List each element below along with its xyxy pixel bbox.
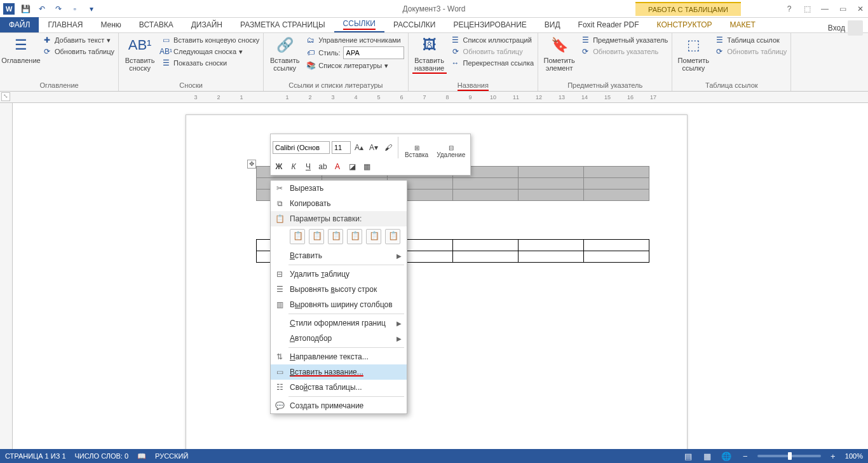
tab-references[interactable]: ССЫЛКИ: [334, 16, 384, 32]
status-proofing-icon[interactable]: 📖: [137, 452, 146, 460]
paste-opt-1[interactable]: [290, 229, 305, 244]
tab-file[interactable]: ФАЙЛ: [0, 17, 39, 32]
paste-opt-5[interactable]: [366, 229, 381, 244]
help-icon[interactable]: ?: [782, 1, 797, 17]
tab-maket[interactable]: МАКЕТ: [721, 17, 764, 32]
ctx-copy[interactable]: ⧉Копировать: [271, 196, 407, 211]
word-app-icon: W: [3, 3, 15, 15]
undo-icon[interactable]: ↶: [36, 3, 48, 15]
status-words[interactable]: ЧИСЛО СЛОВ: 0: [75, 452, 129, 460]
mini-delete-button[interactable]: ⊟Удаление: [433, 136, 468, 159]
login-button[interactable]: Вход: [828, 20, 863, 36]
highlight-icon[interactable]: ab: [316, 160, 329, 173]
list-of-figures-button[interactable]: ☰Список иллюстраций: [451, 35, 534, 45]
quick-access-toolbar: W 💾 ↶ ↷ ▫ ▾: [0, 3, 98, 15]
table-move-handle[interactable]: ✥: [247, 160, 256, 169]
ctx-border-styles[interactable]: Стили оформления границ▶: [271, 315, 407, 331]
redo-icon[interactable]: ↷: [52, 3, 65, 15]
bibliography-icon: 📚: [306, 60, 316, 71]
paste-opt-6[interactable]: [385, 229, 400, 244]
grow-font-icon[interactable]: A▴: [353, 141, 365, 154]
tab-view[interactable]: ВИД: [536, 17, 569, 32]
ctx-autofit[interactable]: Автоподбор▶: [271, 331, 407, 346]
ctx-insert-caption[interactable]: ▭Вставить название...: [271, 364, 407, 380]
view-print-icon[interactable]: ▦: [700, 450, 714, 462]
format-painter-icon[interactable]: 🖌: [382, 141, 395, 154]
close-icon[interactable]: ✕: [853, 1, 868, 17]
zoom-in-icon[interactable]: +: [826, 450, 840, 462]
paste-opt-4[interactable]: [347, 229, 362, 244]
toc-button[interactable]: ☰ Оглавление: [4, 35, 38, 64]
mini-font-select[interactable]: [273, 141, 330, 154]
ctx-table-properties[interactable]: ☷Свойства таблицы...: [271, 380, 407, 395]
shading-icon[interactable]: ◪: [346, 160, 358, 173]
tab-constructor[interactable]: КОНСТРУКТОР: [648, 17, 721, 32]
ctx-paste[interactable]: Вставить▶: [271, 248, 407, 263]
status-language[interactable]: РУССКИЙ: [155, 452, 188, 460]
insert-caption-button[interactable]: 🖼 Вставить название: [412, 35, 447, 74]
tab-foxit[interactable]: Foxit Reader PDF: [569, 17, 648, 32]
insert-footnote-button[interactable]: AB¹ Вставить сноску: [123, 35, 157, 72]
mark-entry-button[interactable]: 🔖 Пометить элемент: [542, 35, 576, 72]
add-text-button[interactable]: ✚Добавить текст ▾: [42, 35, 114, 45]
insert-authorities-button[interactable]: ☰Таблица ссылок: [714, 35, 787, 45]
underline-icon[interactable]: Ч: [302, 160, 315, 173]
manage-sources-icon: 🗂: [306, 35, 316, 45]
ribbon: ☰ Оглавление ✚Добавить текст ▾ ⟳Обновить…: [0, 33, 868, 92]
tab-design[interactable]: ДИЗАЙН: [182, 17, 231, 32]
ruler-corner[interactable]: ⤡: [1, 92, 10, 101]
italic-icon[interactable]: К: [287, 160, 300, 173]
zoom-percent[interactable]: 100%: [845, 452, 863, 460]
manage-sources-button[interactable]: 🗂Управление источниками: [306, 35, 403, 45]
ribbon-options-icon[interactable]: ⬚: [799, 1, 815, 17]
paste-opt-2[interactable]: [309, 229, 324, 244]
save-icon[interactable]: 💾: [19, 3, 32, 15]
maximize-icon[interactable]: ▭: [835, 1, 850, 17]
bibliography-button[interactable]: 📚Список литературы ▾: [306, 60, 403, 71]
mini-size-select[interactable]: [332, 141, 351, 154]
ruler-vertical[interactable]: [0, 103, 13, 449]
update-authorities-button: ⟳Обновить таблицу: [714, 46, 787, 57]
ctx-delete-table[interactable]: ⊟Удалить таблицу: [271, 266, 407, 282]
paste-opt-3[interactable]: [328, 229, 343, 244]
mark-citation-button[interactable]: ⬚ Пометить ссылку: [676, 35, 710, 72]
insert-citation-button[interactable]: 🔗 Вставить ссылку: [268, 35, 302, 72]
qat-customize-icon[interactable]: ▾: [85, 3, 98, 15]
bold-icon[interactable]: Ж: [273, 160, 285, 173]
insert-endnote-button[interactable]: ▭Вставить концевую сноску: [161, 35, 259, 45]
tab-layout[interactable]: РАЗМЕТКА СТРАНИЦЫ: [231, 17, 334, 32]
tab-mailings[interactable]: РАССЫЛКИ: [384, 17, 444, 32]
mini-insert-button[interactable]: ⊞Вставка: [402, 136, 431, 159]
ctx-text-direction[interactable]: ⇅Направление текста...: [271, 349, 407, 364]
new-doc-icon[interactable]: ▫: [69, 3, 81, 15]
ruler-horizontal[interactable]: ⤡ 3211234567891011121314151617: [0, 92, 868, 103]
ctx-cut[interactable]: ✂Вырезать: [271, 181, 407, 196]
ctx-new-comment[interactable]: 💬Создать примечание: [271, 398, 407, 413]
font-color-icon[interactable]: A: [331, 160, 344, 173]
tab-menu[interactable]: Меню: [92, 17, 130, 32]
status-page[interactable]: СТРАНИЦА 1 ИЗ 1: [5, 452, 66, 460]
caption-icon: ▭: [275, 367, 285, 377]
cut-icon: ✂: [275, 183, 285, 193]
group-citations: 🔗 Вставить ссылку 🗂Управление источникам…: [264, 33, 408, 91]
update-toc-button[interactable]: ⟳Обновить таблицу: [42, 46, 114, 57]
next-footnote-button[interactable]: AB¹Следующая сноска ▾: [161, 46, 259, 57]
view-web-icon[interactable]: 🌐: [719, 450, 733, 462]
insert-index-button[interactable]: ☰Предметный указатель: [580, 35, 668, 45]
tab-review[interactable]: РЕЦЕНЗИРОВАНИЕ: [444, 17, 535, 32]
zoom-out-icon[interactable]: −: [738, 450, 752, 462]
tab-insert[interactable]: ВСТАВКА: [130, 17, 182, 32]
citation-style-select[interactable]: [343, 46, 404, 59]
minimize-icon[interactable]: —: [817, 1, 832, 17]
ctx-distribute-rows[interactable]: ☰Выровнять высоту строк: [271, 282, 407, 297]
zoom-slider[interactable]: [757, 455, 821, 457]
show-footnotes-button[interactable]: ☰Показать сноски: [161, 58, 259, 68]
view-read-icon[interactable]: ▤: [681, 450, 695, 462]
context-menu: ✂Вырезать ⧉Копировать 📋Параметры вставки…: [270, 180, 407, 414]
shrink-font-icon[interactable]: A▾: [367, 141, 380, 154]
borders-icon[interactable]: ▦: [360, 160, 373, 173]
ctx-distribute-cols[interactable]: ▥Выровнять ширину столбцов: [271, 297, 407, 312]
cross-reference-button[interactable]: ↔Перекрестная ссылка: [451, 58, 534, 68]
tab-home[interactable]: ГЛАВНАЯ: [39, 17, 92, 32]
citation-icon: 🔗: [275, 35, 295, 55]
